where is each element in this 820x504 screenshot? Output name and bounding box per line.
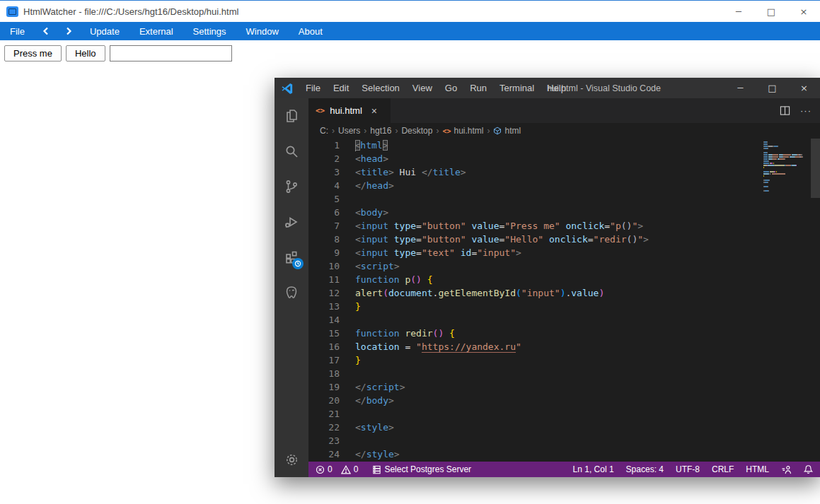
notifications-bell-icon[interactable] bbox=[804, 464, 813, 474]
code-line-1[interactable]: <html> bbox=[355, 140, 820, 153]
breadcrumb-drive[interactable]: C: bbox=[320, 126, 328, 136]
settings-gear-icon[interactable] bbox=[275, 442, 308, 477]
close-button[interactable]: × bbox=[788, 78, 820, 98]
code-line-19[interactable]: </script> bbox=[355, 382, 820, 395]
tab-close-icon[interactable]: × bbox=[371, 105, 377, 117]
menu-item-help[interactable]: Help bbox=[541, 83, 572, 93]
code-line-12[interactable]: alert(document.getElementById("input").v… bbox=[355, 288, 820, 301]
encoding-setting[interactable]: UTF-8 bbox=[676, 464, 700, 474]
indentation-setting[interactable]: Spaces: 4 bbox=[626, 464, 664, 474]
press-me-button[interactable]: Press me bbox=[4, 45, 62, 61]
postgres-server-selector[interactable]: Select Postgres Server bbox=[372, 464, 471, 474]
breadcrumb-file[interactable]: <> hui.html bbox=[442, 126, 483, 136]
breadcrumb-desktop[interactable]: Desktop bbox=[401, 126, 432, 136]
split-editor-icon[interactable] bbox=[780, 105, 790, 116]
code-line-10[interactable]: <script> bbox=[355, 261, 820, 274]
code-line-13[interactable]: } bbox=[355, 301, 820, 315]
menu-item-settings[interactable]: Settings bbox=[183, 22, 236, 40]
menu-item-go[interactable]: Go bbox=[439, 83, 463, 93]
problems-warnings[interactable]: 0 bbox=[341, 464, 359, 474]
run-and-debug-icon[interactable] bbox=[275, 204, 308, 240]
line-number: 10 bbox=[308, 261, 355, 274]
code-token: type bbox=[394, 234, 416, 245]
status-bar: 0 0 Select Postgres Server bbox=[308, 462, 820, 477]
text-input[interactable] bbox=[110, 45, 232, 61]
code-token: = bbox=[588, 234, 594, 245]
code-token: alert bbox=[355, 288, 383, 298]
eol-setting[interactable]: CRLF bbox=[712, 464, 734, 474]
code-token: input bbox=[361, 247, 388, 258]
code-line-17[interactable]: } bbox=[355, 355, 820, 368]
menu-item-external[interactable]: External bbox=[129, 22, 183, 40]
menu-item-terminal[interactable]: Terminal bbox=[493, 83, 541, 93]
forward-arrow-icon[interactable] bbox=[57, 27, 80, 35]
explorer-icon[interactable] bbox=[275, 98, 308, 134]
code-token: > bbox=[394, 261, 400, 271]
minimize-button[interactable]: ─ bbox=[722, 1, 755, 22]
menu-item-view[interactable]: View bbox=[406, 83, 439, 93]
maximize-button[interactable]: □ bbox=[756, 78, 788, 98]
minimize-button[interactable]: ─ bbox=[724, 78, 756, 98]
minimap-line bbox=[763, 188, 810, 189]
code-token: script bbox=[361, 261, 394, 271]
code-token: "text" bbox=[422, 247, 455, 258]
code-line-4[interactable]: </head> bbox=[355, 180, 820, 194]
close-button[interactable]: × bbox=[787, 1, 820, 22]
code-line-14[interactable] bbox=[355, 315, 820, 328]
minimap-line bbox=[763, 158, 810, 160]
breadcrumb-html-symbol[interactable]: html bbox=[493, 126, 521, 136]
code-line-16[interactable]: location = "https://yandex.ru" bbox=[355, 341, 820, 355]
feedback-icon[interactable] bbox=[781, 465, 792, 474]
code-line-15[interactable]: function redir() { bbox=[355, 328, 820, 341]
code-line-6[interactable]: <body> bbox=[355, 207, 820, 221]
code-line-11[interactable]: function p() { bbox=[355, 274, 820, 288]
tab-hui-html[interactable]: <> hui.html × bbox=[308, 98, 391, 123]
cursor-position[interactable]: Ln 1, Col 1 bbox=[573, 464, 614, 474]
code-line-21[interactable] bbox=[355, 409, 820, 422]
code-token: " bbox=[516, 341, 521, 352]
code-token: > bbox=[383, 153, 388, 164]
code-line-8[interactable]: <input type="button" value="Hello" oncli… bbox=[355, 234, 820, 247]
editor-scrollbar[interactable] bbox=[811, 139, 820, 198]
menu-item-edit[interactable]: Edit bbox=[327, 83, 355, 93]
error-icon bbox=[316, 465, 325, 474]
hello-button[interactable]: Hello bbox=[66, 45, 105, 61]
breadcrumb-hgt16[interactable]: hgt16 bbox=[370, 126, 391, 136]
code-line-18[interactable] bbox=[355, 368, 820, 382]
menu-item-window[interactable]: Window bbox=[236, 22, 289, 40]
postgresql-icon[interactable] bbox=[275, 275, 308, 310]
breadcrumb-users[interactable]: Users bbox=[338, 126, 360, 136]
minimap-line bbox=[763, 163, 810, 164]
code-line-20[interactable]: </body> bbox=[355, 395, 820, 409]
code-line-3[interactable]: <title> Hui </title> bbox=[355, 167, 820, 180]
code-line-9[interactable]: <input type="text" id="input"> bbox=[355, 247, 820, 261]
code-token: > bbox=[394, 449, 400, 459]
code-token: head bbox=[366, 180, 388, 191]
menu-item-run[interactable]: Run bbox=[463, 83, 493, 93]
menu-item-file[interactable]: File bbox=[299, 83, 327, 93]
code-line-24[interactable]: </style> bbox=[355, 449, 820, 462]
code-token: ) bbox=[599, 288, 604, 298]
code-line-5[interactable] bbox=[355, 194, 820, 207]
minimap[interactable] bbox=[763, 141, 810, 192]
source-control-icon[interactable] bbox=[275, 169, 308, 204]
menu-item-about[interactable]: About bbox=[289, 22, 333, 40]
code-line-23[interactable] bbox=[355, 435, 820, 449]
line-number: 18 bbox=[308, 368, 355, 382]
maximize-button[interactable]: □ bbox=[755, 1, 787, 22]
code-line-7[interactable]: <input type="button" value="Press me" on… bbox=[355, 221, 820, 234]
code-content[interactable]: <html><head><title> Hui </title></head><… bbox=[355, 139, 820, 462]
back-arrow-icon[interactable] bbox=[35, 27, 57, 35]
code-editor[interactable]: 123456789101112131415161718192021222324 … bbox=[308, 139, 820, 462]
search-icon[interactable] bbox=[275, 134, 308, 169]
code-token: type bbox=[394, 221, 416, 231]
menu-item-update[interactable]: Update bbox=[80, 22, 129, 40]
extensions-icon[interactable] bbox=[275, 240, 308, 275]
menu-item-file[interactable]: File bbox=[0, 22, 35, 40]
code-line-22[interactable]: <style> bbox=[355, 422, 820, 435]
more-actions-icon[interactable]: ··· bbox=[800, 105, 812, 116]
problems-errors[interactable]: 0 bbox=[316, 464, 333, 474]
menu-item-selection[interactable]: Selection bbox=[355, 83, 405, 93]
code-line-2[interactable]: <head> bbox=[355, 153, 820, 167]
language-mode[interactable]: HTML bbox=[746, 464, 769, 474]
